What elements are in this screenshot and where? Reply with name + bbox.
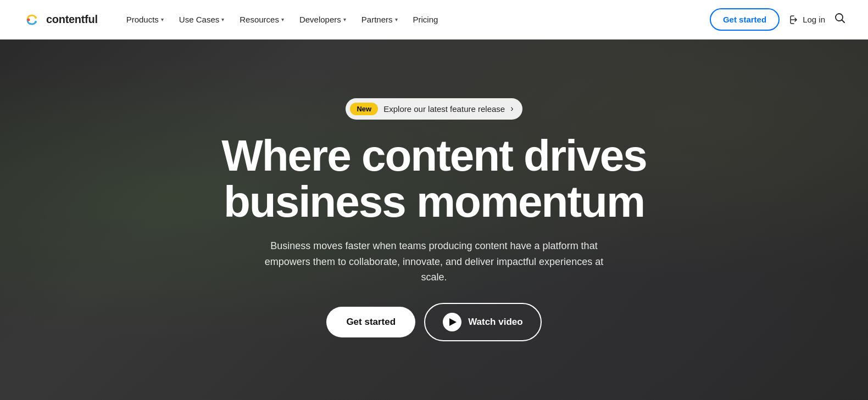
search-button[interactable] xyxy=(834,12,846,27)
chevron-down-icon: ▾ xyxy=(395,16,398,22)
hero-get-started-button[interactable]: Get started xyxy=(326,307,415,337)
hero-title: Where content drives business momentum xyxy=(221,133,647,225)
play-icon xyxy=(443,313,461,331)
chevron-down-icon: ▾ xyxy=(161,16,164,22)
logo-text: contentful xyxy=(46,13,98,26)
hero-subtitle: Business moves faster when teams produci… xyxy=(264,238,604,285)
nav-links: Products ▾ Use Cases ▾ Resources ▾ Devel… xyxy=(120,10,710,29)
nav-item-developers[interactable]: Developers ▾ xyxy=(293,10,353,29)
chevron-down-icon: ▾ xyxy=(343,16,346,22)
svg-point-2 xyxy=(35,16,37,19)
search-icon xyxy=(834,12,846,24)
chevron-down-icon: ▾ xyxy=(281,16,284,22)
nav-item-use-cases[interactable]: Use Cases ▾ xyxy=(173,10,231,29)
login-button[interactable]: Log in xyxy=(788,14,825,25)
badge-arrow-icon: › xyxy=(510,104,513,114)
play-triangle xyxy=(449,318,457,326)
hero-content: New Explore our latest feature release ›… xyxy=(0,40,868,400)
nav-get-started-button[interactable]: Get started xyxy=(710,8,780,31)
badge-new-label: New xyxy=(350,103,378,115)
announcement-badge[interactable]: New Explore our latest feature release › xyxy=(346,98,522,120)
contentful-logo-icon xyxy=(22,10,42,30)
logo[interactable]: contentful xyxy=(22,10,98,30)
badge-text: Explore our latest feature release xyxy=(383,104,505,114)
navigation: contentful Products ▾ Use Cases ▾ Resour… xyxy=(0,0,868,40)
nav-right: Get started Log in xyxy=(710,8,846,31)
hero-watch-video-button[interactable]: Watch video xyxy=(424,303,542,341)
svg-point-1 xyxy=(27,18,30,21)
nav-item-products[interactable]: Products ▾ xyxy=(120,10,170,29)
login-icon xyxy=(788,14,799,25)
nav-item-partners[interactable]: Partners ▾ xyxy=(355,10,404,29)
svg-point-3 xyxy=(35,21,37,23)
nav-item-resources[interactable]: Resources ▾ xyxy=(233,10,291,29)
chevron-down-icon: ▾ xyxy=(221,16,224,22)
svg-point-0 xyxy=(22,10,42,30)
nav-item-pricing[interactable]: Pricing xyxy=(407,10,445,29)
hero-buttons: Get started Watch video xyxy=(326,303,541,341)
